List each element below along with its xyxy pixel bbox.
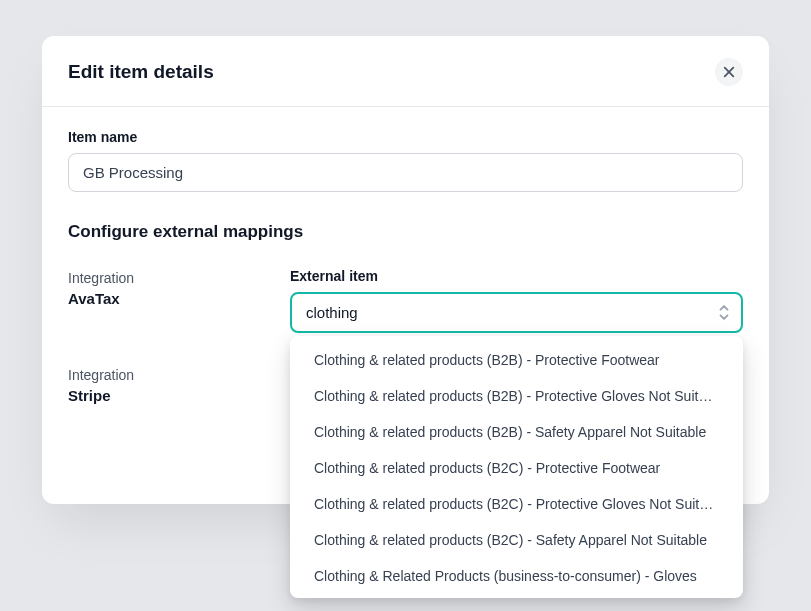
integration-col: Integration AvaTax (68, 268, 250, 333)
dropdown-option[interactable]: Clothing & Related Products (business-to… (294, 558, 739, 594)
dropdown-option[interactable]: Clothing & Related Products (business-to… (294, 594, 739, 598)
mapping-row-avatax: Integration AvaTax External item (68, 268, 743, 333)
modal-header: Edit item details (42, 36, 769, 107)
dropdown-option[interactable]: Clothing & related products (B2B) - Safe… (294, 414, 739, 450)
item-name-label: Item name (68, 129, 743, 145)
external-item-search-input[interactable] (290, 292, 743, 333)
integration-name-avatax: AvaTax (68, 290, 250, 307)
integration-label: Integration (68, 367, 250, 383)
dropdown-option[interactable]: Clothing & related products (B2C) - Prot… (294, 450, 739, 486)
external-item-label: External item (290, 268, 743, 284)
close-button[interactable] (715, 58, 743, 86)
close-icon (723, 66, 735, 78)
edit-item-modal: Edit item details Item name Configure ex… (42, 36, 769, 504)
dropdown-option[interactable]: Clothing & related products (B2B) - Prot… (294, 342, 739, 378)
dropdown-scroll[interactable]: Clothing & related products (B2B) - Prot… (294, 342, 739, 598)
modal-title: Edit item details (68, 61, 214, 83)
configure-mappings-title: Configure external mappings (68, 222, 743, 242)
external-item-combo (290, 292, 743, 333)
item-name-input[interactable] (68, 153, 743, 192)
dropdown-option[interactable]: Clothing & related products (B2C) - Prot… (294, 486, 739, 522)
external-item-col: External item Clothing & related product… (290, 268, 743, 333)
integration-name-stripe: Stripe (68, 387, 250, 404)
dropdown-option[interactable]: Clothing & related products (B2B) - Prot… (294, 378, 739, 414)
modal-body: Item name Configure external mappings In… (42, 107, 769, 504)
integration-col: Integration Stripe (68, 365, 250, 404)
external-item-dropdown: Clothing & related products (B2B) - Prot… (290, 336, 743, 598)
integration-label: Integration (68, 270, 250, 286)
chevron-up-down-icon[interactable] (717, 304, 731, 322)
dropdown-option[interactable]: Clothing & related products (B2C) - Safe… (294, 522, 739, 558)
